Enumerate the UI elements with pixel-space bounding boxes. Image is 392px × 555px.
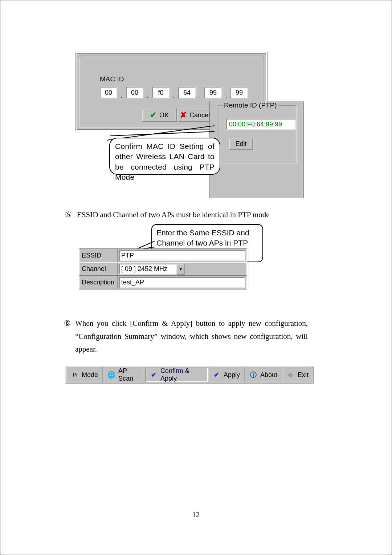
remote-id-value: 00:00:F0:64:99:99 [226, 119, 296, 130]
remote-id-groupbox [218, 105, 297, 163]
label-channel: Channel [79, 262, 118, 276]
mac-octet-1[interactable] [100, 87, 117, 98]
mac-separator: . [170, 92, 178, 100]
apply-button[interactable]: ✔ Apply [208, 367, 245, 383]
step-5-number: ⑤ [64, 210, 73, 219]
apply-label: Apply [224, 371, 240, 379]
step-6-number: ⑥ [64, 317, 71, 356]
mac-octet-row: . . . . . [100, 87, 248, 98]
mac-octet-3[interactable] [152, 87, 170, 98]
mode-button[interactable]: 🖥 Mode [66, 367, 103, 383]
ap-scan-label: AP Scan [118, 367, 140, 382]
step-6: ⑥ When you click [Confirm & Apply] butto… [64, 317, 308, 356]
mac-separator: . [117, 92, 126, 100]
mac-separator: . [196, 92, 204, 100]
channel-value-box: [ 09 ] 2452 MHz [119, 264, 176, 275]
label-essid: ESSID [79, 249, 118, 262]
essid-value: PTP [121, 252, 134, 259]
step-5-text: ESSID and Channel of two APs must be ide… [77, 210, 270, 219]
label-description: Description [79, 276, 118, 289]
mac-octet-6[interactable] [230, 87, 248, 98]
about-label: About [260, 371, 277, 379]
row-essid: ESSID PTP [79, 249, 247, 262]
remote-id-title: Remote ID (PTP) [222, 101, 278, 109]
page-number: 12 [0, 510, 392, 519]
mac-octet-2[interactable] [126, 87, 143, 98]
confirm-apply-button[interactable]: ✔ Confirm & Apply [145, 368, 208, 382]
about-button[interactable]: ⓘ About [245, 367, 282, 383]
ap-scan-button[interactable]: 🌐 AP Scan [103, 367, 145, 383]
check-icon: ✔ [150, 110, 156, 120]
edit-button-label: Edit [235, 140, 246, 148]
info-icon: ⓘ [249, 371, 257, 379]
callout-confirm-mac-id: Confirm MAC ID Setting of other Wireless… [109, 138, 220, 175]
chevron-glyph: ▼ [179, 267, 183, 271]
mac-separator: . [143, 92, 152, 100]
mac-separator: . [222, 92, 230, 100]
check-icon: ✔ [213, 371, 221, 379]
channel-select[interactable]: [ 09 ] 2452 MHz ▼ [119, 264, 185, 275]
exit-icon: ⎋ [287, 371, 295, 379]
exit-label: Exit [298, 371, 309, 379]
ok-button-label: OK [159, 112, 169, 119]
globe-icon: 🌐 [107, 371, 115, 379]
step-6-text: When you click [Confirm & Apply] button … [75, 317, 308, 356]
mac-octet-5[interactable] [204, 87, 222, 98]
description-value: test_AP [121, 279, 144, 286]
row-description: Description test_AP [79, 276, 247, 289]
description-input[interactable]: test_AP [119, 277, 245, 288]
toolbar: 🖥 Mode 🌐 AP Scan ✔ Confirm & Apply ✔ App… [65, 366, 314, 384]
edit-button[interactable]: Edit [229, 138, 253, 150]
cancel-button-label: Cancel [189, 112, 210, 119]
settings-table: ESSID PTP Channel [ 09 ] 2452 MHz ▼ Desc… [79, 248, 247, 289]
monitor-icon: 🖥 [71, 371, 79, 379]
cancel-button[interactable]: ✘ Cancel [177, 109, 212, 122]
cross-icon: ✘ [180, 110, 187, 120]
mac-id-label: MAC ID [100, 75, 124, 83]
channel-value: [ 09 ] 2452 MHz [121, 265, 167, 273]
mode-label: Mode [82, 371, 98, 379]
exit-button[interactable]: ⎋ Exit [282, 367, 313, 383]
check-icon: ✔ [150, 371, 158, 379]
ok-button[interactable]: ✔ OK [142, 109, 177, 122]
essid-input[interactable]: PTP [119, 250, 245, 261]
chevron-down-icon[interactable]: ▼ [176, 264, 185, 275]
step-5: ⑤ ESSID and Channel of two APs must be i… [64, 210, 270, 219]
confirm-apply-label: Confirm & Apply [160, 367, 203, 382]
mac-octet-4[interactable] [178, 87, 196, 98]
row-channel: Channel [ 09 ] 2452 MHz ▼ [79, 262, 247, 276]
